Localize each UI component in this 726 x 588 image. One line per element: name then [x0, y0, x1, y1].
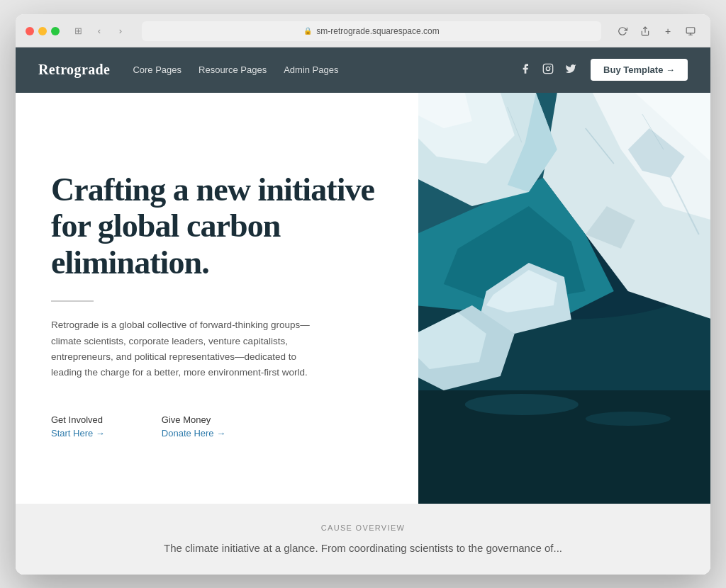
- forward-button[interactable]: ›: [111, 23, 130, 39]
- hero-divider: [51, 300, 94, 302]
- sidebar-toggle-button[interactable]: ⊞: [68, 23, 88, 39]
- site-navigation: Retrograde Core Pages Resource Pages Adm…: [16, 47, 710, 93]
- cta-give-money-link[interactable]: Donate Here →: [162, 428, 225, 439]
- svg-point-26: [465, 394, 579, 415]
- cta-give-money: Give Money Donate Here →: [162, 414, 225, 439]
- svg-rect-1: [686, 27, 695, 33]
- svg-point-6: [550, 66, 551, 67]
- cta-get-involved: Get Involved Start Here →: [51, 414, 105, 439]
- traffic-lights: [26, 27, 60, 35]
- site-logo[interactable]: Retrograde: [38, 62, 110, 78]
- facebook-icon[interactable]: [520, 63, 531, 77]
- cta-get-involved-link[interactable]: Start Here →: [51, 428, 105, 439]
- twitter-icon[interactable]: [565, 63, 576, 77]
- buy-template-button[interactable]: Buy Template →: [591, 59, 688, 81]
- svg-point-5: [546, 67, 549, 70]
- hero-content: Crafting a new initiative for global car…: [16, 93, 418, 504]
- fullscreen-button[interactable]: [51, 27, 60, 35]
- hero-ctas: Get Involved Start Here → Give Money Don…: [51, 414, 383, 439]
- nav-links: Core Pages Resource Pages Admin Pages: [133, 64, 520, 75]
- browser-actions: +: [613, 23, 700, 39]
- reload-button[interactable]: [613, 23, 632, 39]
- hero-description: Retrograde is a global collective of for…: [51, 317, 320, 380]
- url-text: sm-retrograde.squarespace.com: [316, 26, 439, 36]
- hero-title: Crafting a new initiative for global car…: [51, 171, 383, 281]
- back-button[interactable]: ‹: [89, 23, 109, 39]
- hero-section: Crafting a new initiative for global car…: [16, 93, 710, 504]
- nav-link-core-pages[interactable]: Core Pages: [133, 64, 182, 75]
- close-button[interactable]: [26, 27, 34, 35]
- tab-overview-button[interactable]: [681, 23, 700, 39]
- nav-social-links: [520, 63, 576, 77]
- website-content: Retrograde Core Pages Resource Pages Adm…: [16, 47, 710, 575]
- new-tab-button[interactable]: +: [658, 23, 678, 39]
- cta-give-money-label: Give Money: [162, 414, 225, 425]
- below-fold-section: Cause Overview The climate initiative at…: [16, 504, 710, 575]
- browser-nav-buttons: ⊞ ‹ ›: [68, 23, 130, 39]
- section-label: Cause Overview: [321, 524, 406, 532]
- section-teaser: The climate initiative at a glance. From…: [164, 541, 562, 557]
- minimize-button[interactable]: [38, 27, 47, 35]
- nav-link-admin-pages[interactable]: Admin Pages: [284, 64, 338, 75]
- nav-link-resource-pages[interactable]: Resource Pages: [199, 64, 267, 75]
- cta-get-involved-label: Get Involved: [51, 414, 105, 425]
- share-button[interactable]: [635, 23, 655, 39]
- browser-window: ⊞ ‹ › 🔒 sm-retrograde.squarespace.com: [16, 14, 710, 575]
- address-bar[interactable]: 🔒 sm-retrograde.squarespace.com: [142, 21, 601, 41]
- browser-chrome: ⊞ ‹ › 🔒 sm-retrograde.squarespace.com: [16, 14, 710, 47]
- svg-rect-4: [543, 64, 552, 73]
- svg-point-27: [586, 412, 671, 426]
- lock-icon: 🔒: [303, 27, 312, 35]
- instagram-icon[interactable]: [542, 63, 554, 77]
- hero-image: [418, 93, 710, 504]
